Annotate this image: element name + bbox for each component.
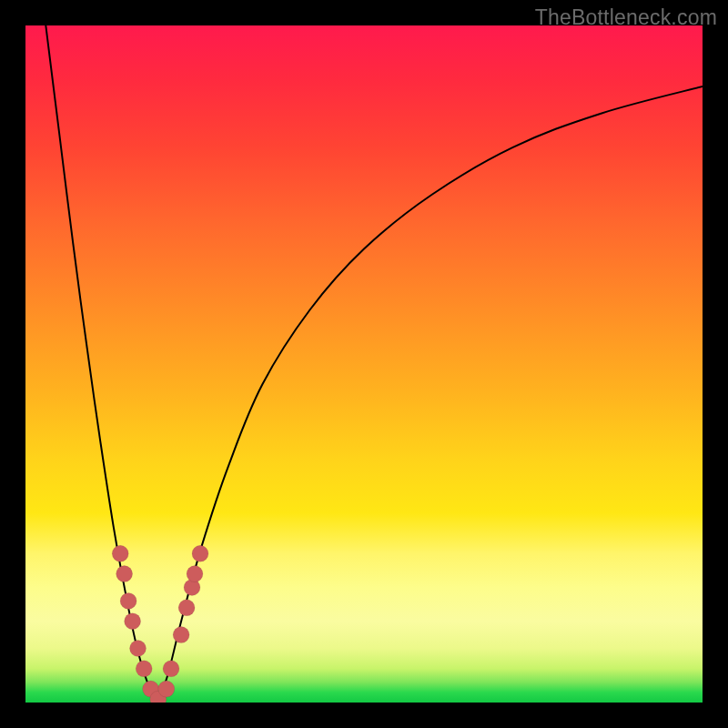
marker-dots bbox=[112, 545, 208, 703]
marker-dot bbox=[112, 545, 128, 561]
marker-dot bbox=[116, 566, 133, 582]
marker-dot bbox=[178, 600, 195, 616]
chart-frame: TheBottleneck.com bbox=[0, 0, 728, 728]
series-left-branch bbox=[46, 25, 157, 703]
plot-area bbox=[25, 25, 703, 703]
marker-dot bbox=[125, 613, 141, 630]
curves-layer bbox=[25, 25, 703, 703]
marker-dot bbox=[130, 641, 147, 657]
marker-dot bbox=[120, 592, 136, 609]
marker-dot bbox=[158, 681, 175, 697]
marker-dot bbox=[187, 566, 203, 582]
marker-dot bbox=[136, 661, 152, 677]
curve-left bbox=[46, 25, 157, 703]
marker-dot bbox=[163, 661, 179, 677]
watermark-text: TheBottleneck.com bbox=[535, 5, 717, 30]
marker-dot bbox=[173, 627, 189, 643]
marker-dot bbox=[192, 545, 208, 561]
series-right-branch bbox=[157, 86, 703, 703]
curve-right bbox=[157, 86, 703, 703]
